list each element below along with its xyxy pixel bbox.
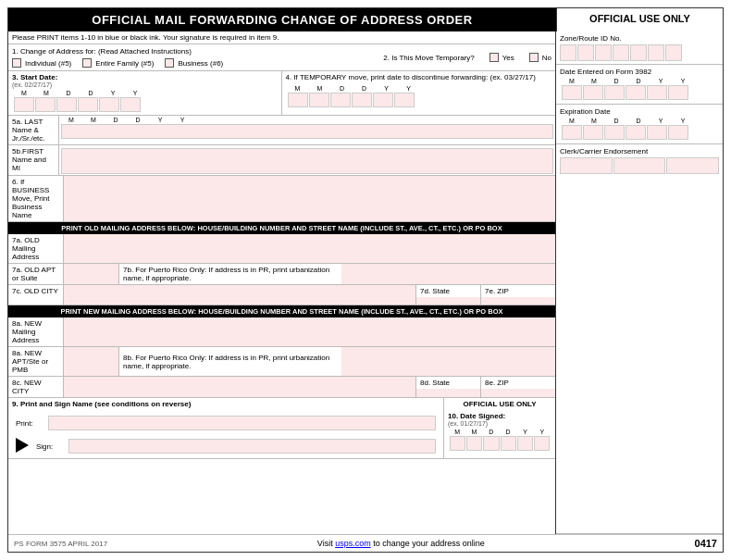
- row3-example: (ex. 02/27/17): [12, 81, 278, 88]
- exp-box-d1[interactable]: [604, 125, 625, 140]
- family-checkbox[interactable]: [82, 58, 92, 68]
- 10-m2: M: [466, 429, 481, 435]
- start-date-d2[interactable]: [78, 97, 98, 112]
- business-checkbox[interactable]: [165, 58, 174, 68]
- last-name-input[interactable]: [61, 124, 553, 139]
- zone-route-label: Zone/Route ID No.: [560, 34, 719, 43]
- sign-input[interactable]: [68, 439, 436, 454]
- exp-box-m2[interactable]: [583, 125, 603, 140]
- row3-section: 3. Start Date: (ex. 02/27/17) M M D D Y …: [8, 71, 282, 115]
- old-apt-input[interactable]: [64, 264, 119, 284]
- date-signed-d1[interactable]: [483, 436, 499, 451]
- temp-date-m1[interactable]: [288, 93, 308, 107]
- yes-group[interactable]: Yes: [489, 53, 514, 62]
- row5a-label: 5a. LAST Name & Jr./Sr./etc.: [8, 116, 59, 144]
- body-row: Please PRINT items 1-10 in blue or black…: [8, 31, 723, 534]
- df-box-d2[interactable]: [626, 85, 646, 100]
- 10-y1: Y: [517, 429, 532, 435]
- df-y1: Y: [650, 78, 671, 84]
- main-section: Please PRINT items 1-10 in blue or black…: [8, 31, 556, 534]
- form-outer: OFFICIAL MAIL FORWARDING CHANGE OF ADDRE…: [0, 0, 731, 560]
- zone-box-6[interactable]: [648, 44, 664, 61]
- first-name-input[interactable]: [61, 148, 553, 174]
- no-group[interactable]: No: [529, 53, 551, 62]
- df-box-y1[interactable]: [647, 85, 667, 100]
- new-state-input[interactable]: [416, 389, 480, 397]
- no-checkbox[interactable]: [529, 53, 539, 62]
- no-label: No: [542, 54, 551, 62]
- start-date-m1[interactable]: [14, 97, 34, 112]
- zone-box-4[interactable]: [613, 44, 629, 61]
- row7a-apt: 7a. OLD APT or Suite 7b. For Puerto Rico…: [8, 264, 555, 285]
- new-pr-input[interactable]: [341, 347, 556, 376]
- df-box-d1[interactable]: [604, 85, 625, 100]
- temp-date-d1[interactable]: [330, 93, 351, 107]
- yes-checkbox[interactable]: [489, 53, 499, 62]
- temp-date-m2[interactable]: [309, 93, 329, 107]
- date-signed-m2[interactable]: [466, 436, 482, 451]
- temp-date-y1[interactable]: [373, 93, 393, 107]
- df-box-y2[interactable]: [668, 85, 688, 100]
- zone-box-1[interactable]: [560, 44, 576, 61]
- footer: PS FORM 3575 APRIL 2017 Visit usps.com t…: [8, 534, 723, 552]
- temp-dd2-label: D: [354, 85, 375, 92]
- yy1-label: Y: [103, 90, 123, 96]
- new-apt-input[interactable]: [64, 347, 119, 376]
- date-signed-y2[interactable]: [534, 436, 550, 451]
- clerk-field-3[interactable]: [666, 157, 719, 174]
- date-signed-y1[interactable]: [517, 436, 533, 451]
- zone-box-3[interactable]: [595, 44, 612, 61]
- row8e-label: 8e. ZIP: [481, 377, 555, 389]
- usps-link[interactable]: usps.com: [335, 539, 371, 548]
- arrow-icon: [16, 438, 32, 454]
- zone-route-box: Zone/Route ID No.: [556, 31, 723, 65]
- zone-box-7[interactable]: [665, 44, 682, 61]
- old-city-input[interactable]: [64, 285, 416, 305]
- row7a-apt-label: 7a. OLD APT or Suite: [8, 264, 64, 284]
- start-date-y1[interactable]: [99, 97, 119, 112]
- old-mailing-input[interactable]: [64, 234, 555, 263]
- business-group[interactable]: Business (#6): [165, 58, 223, 68]
- row7e-zip: 7e. ZIP: [481, 285, 555, 305]
- start-date-y2[interactable]: [120, 97, 141, 112]
- row8a-addr: 8a. NEW Mailing Address: [8, 317, 555, 347]
- zone-box-5[interactable]: [630, 44, 647, 61]
- clerk-field-2[interactable]: [613, 157, 666, 174]
- row7b-pr: 7b. For Puerto Rico Only: If address is …: [119, 264, 341, 284]
- exp-box-y1[interactable]: [647, 125, 667, 140]
- date-signed-m1[interactable]: [450, 436, 465, 451]
- temp-date-y2[interactable]: [394, 93, 415, 107]
- family-group[interactable]: Entire Family (#5): [82, 58, 154, 68]
- new-city-input[interactable]: [64, 377, 416, 397]
- row8d-state: 8d. State: [416, 377, 481, 397]
- exp-box-d2[interactable]: [626, 125, 646, 140]
- start-date-m2[interactable]: [35, 97, 56, 112]
- exp-box-y2[interactable]: [668, 125, 688, 140]
- row6-label: 6. If BUSINESS Move, Print Business Name: [8, 176, 64, 221]
- new-zip-input[interactable]: [481, 389, 555, 397]
- row8a-apt: 8a. NEW APT/Ste or PMB 8b. For Puerto Ri…: [8, 347, 555, 377]
- individual-checkbox[interactable]: [12, 58, 21, 68]
- clerk-field-1[interactable]: [560, 157, 613, 174]
- row7a-addr-label: 7a. OLD Mailing Address: [8, 234, 64, 263]
- individual-group[interactable]: Individual (#5): [12, 58, 71, 68]
- old-address-header: PRINT OLD MAILING ADDRESS BELOW: HOUSE/B…: [8, 222, 555, 234]
- old-state-input[interactable]: [416, 297, 480, 305]
- print-input[interactable]: [48, 416, 436, 430]
- row5a: 5a. LAST Name & Jr./Sr./etc. M M D D Y Y: [8, 116, 555, 145]
- exp-box-m1[interactable]: [562, 125, 582, 140]
- old-zip-input[interactable]: [481, 297, 555, 305]
- new-mailing-input[interactable]: [64, 317, 555, 346]
- temp-date-d2[interactable]: [352, 93, 372, 107]
- print-row: Print:: [12, 414, 440, 432]
- temp-dd1-label: D: [332, 85, 353, 92]
- zone-box-2[interactable]: [577, 44, 594, 61]
- df-box-m1[interactable]: [562, 85, 582, 100]
- business-name-input[interactable]: [64, 176, 555, 221]
- date-signed-d2[interactable]: [501, 436, 516, 451]
- exp-m2: M: [584, 118, 604, 124]
- start-date-d1[interactable]: [56, 97, 77, 112]
- footer-center: Visit usps.com to change your address on…: [107, 539, 694, 548]
- old-pr-input[interactable]: [341, 264, 556, 284]
- df-box-m2[interactable]: [583, 85, 603, 100]
